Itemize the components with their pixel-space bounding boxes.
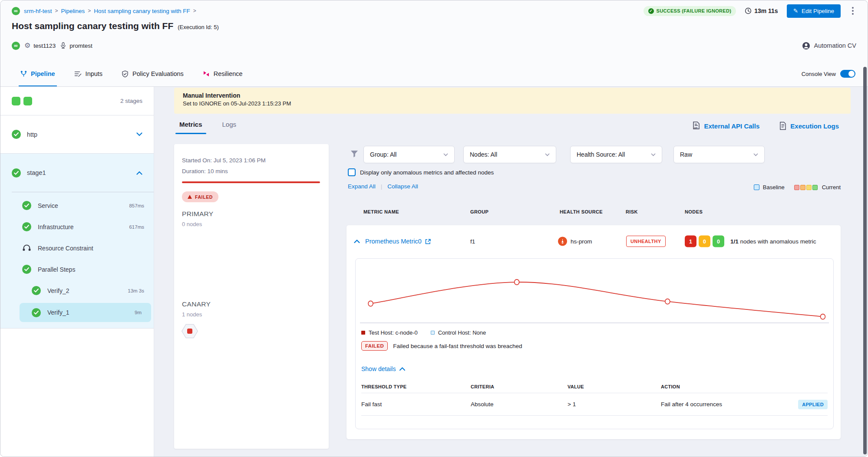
edit-pipeline-button[interactable]: ✎ Edit Pipeline <box>787 4 841 18</box>
step-service[interactable]: Service 857ms <box>0 195 154 216</box>
duration-label: 13m 11s <box>754 7 778 14</box>
stage-status-square[interactable] <box>12 97 20 105</box>
test-host-swatch <box>361 331 365 335</box>
tab-resilience[interactable]: Resilience <box>203 61 243 86</box>
stage-http[interactable]: http <box>0 115 154 154</box>
log-doc-icon <box>779 122 786 130</box>
expand-all-link[interactable]: Expand All <box>348 183 376 190</box>
breadcrumb-pipeline-name[interactable]: Host sampling canary testing with FF <box>94 8 190 14</box>
started-on: Started On: Jul 5, 2023 1:06 PM <box>182 157 266 164</box>
more-options-button[interactable] <box>849 5 856 16</box>
chevron-down-icon <box>753 153 758 156</box>
scrollbar-thumb[interactable] <box>863 67 867 454</box>
anomalous-filter-checkbox[interactable] <box>348 168 356 176</box>
chevron-down-icon <box>651 153 656 156</box>
current-swatches <box>794 185 818 190</box>
current-swatch-yellow <box>806 185 812 190</box>
current-swatch-green <box>812 185 818 190</box>
tab-logs[interactable]: Logs <box>222 121 237 134</box>
stage-label: http <box>27 131 37 138</box>
metric-group-value: f1 <box>470 238 475 245</box>
tab-bar: Pipeline Inputs Policy Evaluations <box>0 61 868 86</box>
group-filter-value: Group: All <box>370 151 396 158</box>
show-details-link[interactable]: Show details <box>361 365 405 372</box>
col-metric-name: METRIC NAME <box>363 209 399 214</box>
col-criteria: CRITERIA <box>471 384 568 389</box>
chevron-up-icon[interactable] <box>136 171 142 175</box>
breadcrumb-separator: > <box>88 8 91 14</box>
step-duration: 617ms <box>129 224 144 230</box>
health-source-item[interactable]: promtest <box>60 42 92 49</box>
stage-label: stage1 <box>27 169 46 176</box>
metrics-table-header: METRIC NAME GROUP HEALTH SOURCE RISK NOD… <box>154 209 868 216</box>
step-infrastructure[interactable]: Infrastructure 617ms <box>0 216 154 237</box>
api-doc-icon: API <box>693 122 700 130</box>
stages-summary: 2 stages <box>0 87 154 115</box>
scrollbar[interactable] <box>863 67 867 454</box>
tab-policy-evaluations[interactable]: Policy Evaluations <box>122 61 184 86</box>
stage-stage1[interactable]: stage1 <box>0 154 154 192</box>
tab-inputs-label: Inputs <box>86 70 103 77</box>
chart-legend: Test Host: c-node-0 Control Host: None <box>361 329 486 336</box>
collapse-metric-chevron[interactable] <box>354 240 360 243</box>
nodes-filter-dropdown[interactable]: Nodes: All <box>463 146 556 163</box>
col-group: GROUP <box>470 209 488 214</box>
health-source-filter-value: Health Source: All <box>577 151 625 158</box>
metric-name-link[interactable]: Prometheus Metric0 <box>365 238 431 245</box>
tab-inputs[interactable]: Inputs <box>74 61 103 86</box>
service-name: test1123 <box>33 43 56 49</box>
anomalous-filter-label: Display only anomalous metrics and affec… <box>360 169 494 176</box>
collapse-all-link[interactable]: Collapse All <box>387 183 418 190</box>
page-title: Host sampling canary testing with FF <box>12 21 173 31</box>
node-chip-warning[interactable]: 0 <box>699 236 710 247</box>
col-nodes: NODES <box>685 209 703 214</box>
chevron-down-icon <box>443 153 448 156</box>
step-verify-2[interactable]: Verify_2 13m 3s <box>0 280 154 301</box>
avatar-icon <box>802 42 810 50</box>
health-source-filter-dropdown[interactable]: Health Source: All <box>570 146 662 163</box>
external-link-icon <box>425 239 431 244</box>
step-verify-1[interactable]: Verify_1 9m <box>20 303 151 322</box>
stage-status-square[interactable] <box>23 97 32 105</box>
breadcrumb-project[interactable]: srm-hf-test <box>24 8 52 14</box>
tab-pipeline[interactable]: Pipeline <box>20 61 55 86</box>
node-chip-healthy[interactable]: 0 <box>713 236 724 247</box>
group-filter-dropdown[interactable]: Group: All <box>363 146 455 163</box>
raw-view-dropdown[interactable]: Raw <box>673 146 765 163</box>
health-source-mic-icon <box>60 42 66 49</box>
step-parallel-steps[interactable]: Parallel Steps <box>0 259 154 280</box>
panel-tabs: Metrics Logs <box>179 121 236 134</box>
verification-status-badge: FAILED <box>182 191 218 202</box>
tab-metrics[interactable]: Metrics <box>179 121 202 134</box>
hexagon-node-icon[interactable] <box>182 324 198 339</box>
service-item[interactable]: ⚙ test1123 <box>24 42 56 49</box>
step-resource-constraint[interactable]: Resource Constraint <box>0 237 154 259</box>
current-label: Current <box>822 184 841 191</box>
external-api-calls-link[interactable]: API External API Calls <box>693 122 759 130</box>
current-swatch-orange <box>800 185 805 190</box>
col-threshold-type: THRESHOLD TYPE <box>361 384 471 389</box>
verification-summary-card: Started On: Jul 5, 2023 1:06 PM Duration… <box>174 144 329 449</box>
step-duration: 857ms <box>129 203 144 208</box>
console-view-toggle[interactable] <box>840 70 855 78</box>
verification-status-label: FAILED <box>195 194 213 200</box>
check-circle-icon <box>32 286 41 295</box>
breadcrumb-pipelines[interactable]: Pipelines <box>61 8 85 14</box>
breadcrumb-separator: > <box>193 8 196 14</box>
metric-trend-chart[interactable] <box>360 262 829 325</box>
execution-logs-link[interactable]: Execution Logs <box>779 122 839 130</box>
metric-row: Prometheus Metric0 f1 h <box>347 225 841 257</box>
filter-funnel-icon[interactable] <box>350 150 358 158</box>
node-chip-unhealthy[interactable]: 1 <box>685 236 696 247</box>
control-host-legend: Control Host: None <box>431 329 486 336</box>
expand-collapse-row: Expand All | Collapse All <box>348 183 418 190</box>
col-action: ACTION <box>661 384 789 389</box>
metric-detail-box: Test Host: c-node-0 Control Host: None F… <box>355 258 834 429</box>
chevron-down-icon[interactable] <box>136 132 142 136</box>
inputs-icon <box>74 70 82 77</box>
banner-subtitle: Set to IGNORE on 05-Jul-2023 1:15:23 PM <box>183 100 842 107</box>
metric-health-source: hs-prom <box>558 237 592 246</box>
resilience-icon <box>203 70 210 77</box>
health-source-name: promtest <box>69 43 92 49</box>
queue-icon <box>22 244 31 252</box>
